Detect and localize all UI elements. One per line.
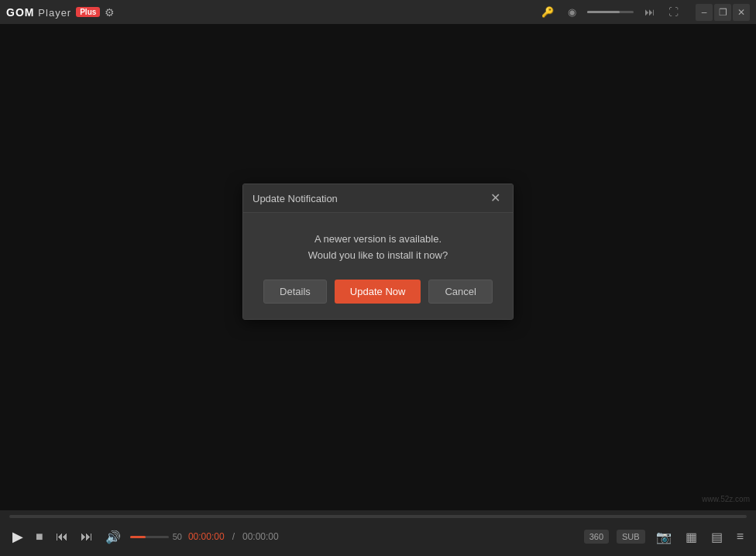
- player-controls: ▶ ■ ⏮ ⏭ 🔊 50 00:00:00 / 00:00:00 360 SUB…: [0, 510, 756, 556]
- menu-icon[interactable]: ≡: [734, 527, 747, 547]
- close-button[interactable]: ✕: [733, 4, 750, 21]
- restore-button[interactable]: ❐: [714, 4, 731, 21]
- skip-icon[interactable]: ⏭: [641, 5, 658, 19]
- volume-number: 50: [173, 532, 182, 541]
- volume-fill: [130, 536, 146, 538]
- equalizer-icon[interactable]: ▦: [682, 527, 700, 547]
- prev-button[interactable]: ⏮: [53, 527, 71, 547]
- update-now-button[interactable]: Update Now: [335, 280, 421, 304]
- volume-slider-mini[interactable]: [587, 11, 634, 13]
- stop-button[interactable]: ■: [33, 527, 46, 547]
- cancel-button[interactable]: Cancel: [428, 280, 492, 304]
- playlist-icon[interactable]: ▤: [708, 527, 726, 547]
- volume-area: 50: [130, 532, 182, 541]
- details-button[interactable]: Details: [263, 280, 327, 304]
- volume-bar[interactable]: [130, 536, 169, 538]
- watermark: www.52z.com: [702, 495, 750, 503]
- update-dialog: Update Notification ✕ A newer version is…: [242, 184, 514, 320]
- titlebar: GOM Player Plus ⚙ 🔑 ◉ ⏭ ⛶ – ❐ ✕: [0, 0, 756, 25]
- window-controls: – ❐ ✕: [696, 4, 750, 21]
- key-icon[interactable]: 🔑: [538, 5, 557, 19]
- controls-row: ▶ ■ ⏮ ⏭ 🔊 50 00:00:00 / 00:00:00 360 SUB…: [9, 518, 747, 556]
- dialog-title: Update Notification: [253, 193, 338, 204]
- next-button[interactable]: ⏭: [77, 527, 96, 547]
- app-logo: GOM Player: [6, 6, 71, 19]
- fullscreen-icon[interactable]: ⛶: [665, 5, 682, 19]
- player-text: Player: [38, 7, 71, 19]
- minimize-button[interactable]: –: [696, 4, 713, 21]
- time-separator: /: [232, 531, 235, 542]
- time-total: 00:00:00: [242, 531, 279, 542]
- volume-icon[interactable]: 🔊: [102, 527, 124, 547]
- sub-button[interactable]: SUB: [617, 530, 645, 544]
- titlebar-left: GOM Player Plus ⚙: [6, 6, 115, 19]
- play-button[interactable]: ▶: [9, 525, 26, 548]
- dialog-body: A newer version is available. Would you …: [243, 213, 513, 319]
- main-video-area: ●● Update Notification ✕ A newer version…: [0, 25, 756, 510]
- gom-text: GOM: [6, 6, 34, 19]
- dialog-close-icon[interactable]: ✕: [487, 190, 503, 206]
- progress-bar[interactable]: [9, 515, 747, 518]
- dialog-titlebar: Update Notification ✕: [243, 184, 513, 213]
- dialog-buttons: Details Update Now Cancel: [256, 280, 500, 304]
- titlebar-right: 🔑 ◉ ⏭ ⛶ – ❐ ✕: [538, 4, 750, 21]
- plus-badge: Plus: [76, 7, 100, 17]
- settings-icon[interactable]: ⚙: [105, 6, 115, 19]
- 360-button[interactable]: 360: [584, 530, 609, 544]
- time-current: 00:00:00: [188, 531, 225, 542]
- dialog-message: A newer version is available. Would you …: [256, 232, 500, 264]
- dialog-message-line1: A newer version is available.: [314, 233, 442, 245]
- dialog-overlay: Update Notification ✕ A newer version is…: [0, 25, 756, 510]
- audio-icon[interactable]: ◉: [565, 5, 579, 19]
- dialog-message-line2: Would you like to install it now?: [308, 249, 448, 261]
- screenshot-icon[interactable]: 📷: [653, 527, 675, 547]
- right-controls: 360 SUB 📷 ▦ ▤ ≡: [584, 527, 747, 547]
